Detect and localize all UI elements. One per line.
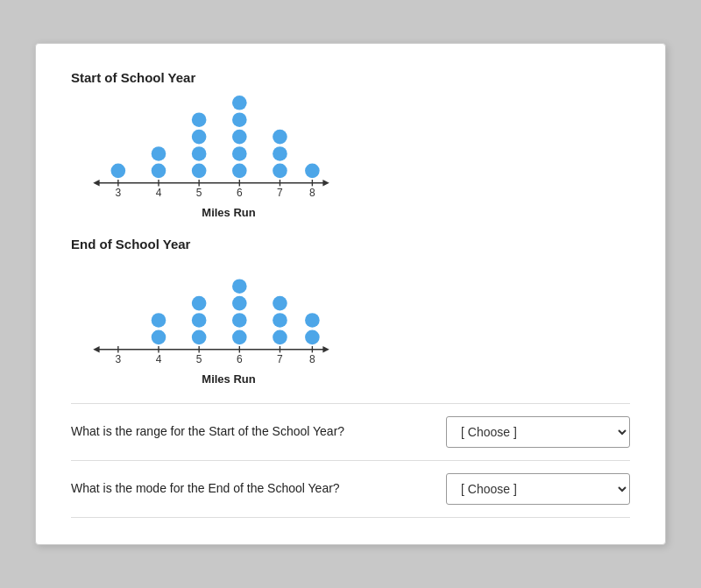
svg-text:4: 4 [156, 187, 162, 199]
svg-point-23 [232, 146, 247, 161]
svg-point-56 [273, 313, 287, 328]
chart-start: Start of School Year 3 4 5 6 7 8 [71, 70, 630, 219]
svg-marker-32 [93, 346, 99, 352]
svg-marker-2 [322, 180, 329, 186]
svg-text:3: 3 [116, 353, 122, 365]
svg-point-48 [192, 330, 207, 345]
svg-point-20 [192, 130, 207, 145]
svg-point-50 [192, 296, 207, 311]
svg-text:4: 4 [156, 353, 162, 365]
svg-point-28 [273, 146, 287, 161]
svg-point-54 [232, 279, 247, 294]
svg-point-18 [192, 164, 207, 179]
chart-start-title: Start of School Year [71, 70, 630, 85]
svg-point-16 [152, 164, 166, 179]
svg-point-24 [232, 130, 247, 145]
svg-text:8: 8 [309, 187, 315, 199]
svg-text:7: 7 [277, 353, 283, 365]
svg-text:3: 3 [116, 187, 122, 199]
svg-point-58 [305, 330, 320, 345]
question-select-1[interactable]: [ Choose ] 3 4 5 6 [446, 416, 630, 448]
svg-point-22 [232, 164, 247, 179]
dot-plot-start: 3 4 5 6 7 8 [71, 96, 351, 201]
svg-point-49 [192, 313, 207, 328]
svg-point-53 [232, 296, 247, 311]
chart-start-axis-label: Miles Run [89, 206, 369, 219]
question-row-1: What is the range for the Start of the S… [71, 403, 630, 461]
svg-point-51 [232, 330, 247, 345]
svg-text:5: 5 [196, 353, 202, 365]
svg-marker-33 [322, 346, 329, 352]
question-text-1: What is the range for the Start of the S… [71, 423, 446, 441]
svg-point-26 [232, 96, 247, 110]
svg-text:8: 8 [309, 353, 315, 365]
questions-section: What is the range for the Start of the S… [71, 403, 630, 518]
svg-marker-1 [93, 180, 99, 186]
svg-point-47 [152, 313, 166, 328]
svg-text:7: 7 [277, 187, 283, 199]
question-select-2[interactable]: [ Choose ] 4 5 6 7 [446, 473, 630, 505]
svg-text:5: 5 [196, 187, 202, 199]
svg-point-46 [152, 330, 166, 345]
svg-point-15 [111, 164, 126, 179]
svg-point-25 [232, 112, 247, 127]
question-text-2: What is the mode for the End of the Scho… [71, 480, 446, 498]
svg-point-21 [192, 112, 207, 127]
svg-text:6: 6 [237, 187, 243, 199]
svg-point-17 [152, 146, 166, 161]
svg-point-55 [273, 330, 287, 345]
chart-end-axis-label: Miles Run [89, 372, 369, 386]
svg-text:6: 6 [237, 353, 243, 365]
svg-point-57 [273, 296, 287, 311]
svg-point-30 [305, 164, 320, 179]
dot-plot-end: 3 4 5 6 7 8 [71, 262, 351, 367]
question-row-2: What is the mode for the End of the Scho… [71, 461, 630, 518]
main-card: Start of School Year 3 4 5 6 7 8 [35, 43, 666, 545]
chart-end: End of School Year 3 4 5 6 7 8 [71, 237, 630, 386]
svg-point-59 [305, 313, 320, 328]
svg-point-19 [192, 146, 207, 161]
svg-point-52 [232, 313, 247, 328]
svg-point-27 [273, 164, 287, 179]
chart-end-title: End of School Year [71, 237, 630, 251]
svg-point-29 [273, 130, 287, 145]
